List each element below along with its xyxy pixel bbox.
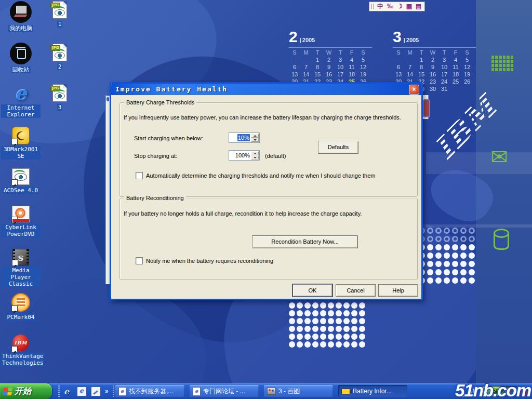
wallpaper-dot	[460, 252, 467, 259]
desktop-icon-label: Internet Explorer	[1, 104, 41, 118]
wallpaper-dot	[359, 326, 365, 332]
wallpaper-dot	[351, 326, 357, 332]
wallpaper-dot	[312, 302, 318, 309]
calendar-weekday-row: SMTWTFS	[393, 47, 476, 56]
wallpaper-dot	[343, 302, 350, 309]
wallpaper-dot	[469, 269, 475, 275]
wallpaper-dot	[469, 261, 475, 267]
help-button[interactable]: Help	[378, 284, 418, 297]
ime-drag-handle[interactable]	[371, 4, 374, 9]
start-charging-spinbox[interactable]: 10%	[229, 132, 260, 143]
soft-keyboard-icon[interactable]: ▦	[406, 3, 412, 10]
calendar-day: 25	[450, 78, 461, 85]
wallpaper-dot	[351, 318, 357, 324]
wallpaper-dot	[336, 334, 342, 340]
calendar-day: 14	[300, 71, 312, 78]
shortcut-arrow-icon	[11, 179, 18, 185]
taskbar-button-label: 专门网论坛 - ...	[203, 387, 245, 396]
desktop-icon-jpg-3[interactable]: JPG3	[45, 84, 75, 111]
wallpaper-dot	[359, 341, 365, 348]
calendar-day: 7	[404, 63, 416, 71]
wallpaper-dot	[336, 341, 342, 348]
jpg-icon: JPG	[52, 1, 67, 19]
taskbar-button[interactable]: Battery Infor...	[338, 385, 407, 397]
ime-menu-icon[interactable]: ▤	[416, 3, 421, 10]
paint-icon	[267, 388, 276, 395]
desktop-icon--[interactable]: 回收站	[1, 43, 41, 74]
desktop-icon-jpg-1[interactable]: JPG1	[45, 1, 75, 28]
fullwidth-halfwidth-icon[interactable]: ☽	[397, 3, 403, 10]
calendar-day	[393, 56, 404, 63]
show-desktop-icon[interactable]	[91, 387, 101, 396]
recycle-icon	[10, 43, 32, 64]
wallpaper-dot	[444, 252, 450, 259]
calendar-day: 1	[312, 56, 323, 63]
desktop-icon-acdsee-4-0[interactable]: ACDSee 4.0	[1, 168, 41, 194]
calendar-day: 5	[461, 56, 473, 63]
desktop-icon-3dmark2001-se[interactable]: 3DMark2001 SE	[1, 127, 41, 160]
spin-down-icon[interactable]	[251, 138, 259, 142]
calendar-header: 22005	[289, 29, 372, 46]
spin-up-icon[interactable]	[251, 151, 259, 155]
taskbar-button[interactable]: 专门网论坛 - ...	[190, 385, 259, 397]
cancel-button[interactable]: Cancel	[336, 284, 376, 297]
desktop-icon-internet-explorer[interactable]: Internet Explorer	[1, 83, 41, 118]
calendar-day: 18	[450, 71, 461, 78]
spin-down-icon[interactable]	[251, 155, 259, 159]
wallpaper-dot	[320, 326, 326, 332]
spin-up-icon[interactable]	[251, 134, 259, 138]
battery-meter[interactable]: 58%	[481, 386, 516, 396]
wallpaper-dot	[336, 310, 342, 316]
auto-thresholds-checkbox[interactable]	[136, 172, 143, 179]
ok-button[interactable]: OK	[292, 284, 332, 297]
quick-launch: »	[55, 383, 117, 399]
wallpaper-dot	[452, 277, 458, 284]
start-charging-label: Start charging when below:	[134, 135, 203, 141]
recondition-battery-button[interactable]: Recondition Battery Now...	[252, 235, 358, 248]
taskbar-separator	[113, 385, 114, 397]
wallpaper-dot	[444, 269, 450, 275]
wallpaper-dot	[435, 244, 442, 250]
wallpaper-dot	[469, 252, 475, 259]
calendar-day: 11	[450, 63, 461, 71]
taskbar-button[interactable]: 3 - 画图	[264, 385, 333, 397]
desktop-icon-media-player-classic[interactable]: Media Player Classic	[1, 249, 41, 288]
wallpaper-dot	[435, 236, 442, 242]
ime-language-bar[interactable]: 中‰☽▦▤	[369, 2, 425, 11]
internet-explorer-icon[interactable]	[64, 387, 73, 396]
quick-launch-more-chevron[interactable]: »	[105, 383, 109, 399]
dialog-titlebar[interactable]: Improve Battery Health	[111, 84, 421, 95]
calendar-day: 17	[438, 71, 450, 78]
desktop-icon--[interactable]: 我的电脑	[1, 1, 41, 32]
close-icon[interactable]	[409, 85, 419, 95]
taskbar-separator	[462, 385, 464, 397]
wallpaper-dot	[304, 326, 311, 332]
calendar-week-row: 6789101112	[289, 63, 372, 71]
notify-recondition-checkbox[interactable]	[136, 257, 143, 264]
ie-page-icon	[118, 387, 126, 396]
wallpaper-dot	[435, 261, 442, 267]
calendar-day: 3	[438, 56, 450, 63]
defaults-button[interactable]: Defaults	[318, 141, 358, 154]
wallpaper-dot	[297, 310, 303, 316]
desktop-icon-pcmark04[interactable]: PCMark04	[1, 293, 41, 321]
desktop-icon-label: 3	[57, 104, 63, 111]
punctuation-icon[interactable]: ‰	[387, 3, 393, 10]
desktop-icon-cyberlink-powerdvd[interactable]: CyberLink PowerDVD	[1, 206, 41, 238]
chinese-mode-icon[interactable]: 中	[377, 3, 383, 10]
browser-icon[interactable]	[77, 387, 87, 396]
start-button[interactable]: 开始	[0, 383, 52, 399]
wallpaper-dot	[320, 334, 326, 340]
jpg-icon: JPG	[52, 84, 67, 102]
language-indicator[interactable]: EN	[468, 388, 477, 395]
taskbar-button[interactable]: 找不到服务器,...	[115, 385, 184, 397]
desktop-icon-thinkvantage-technologies[interactable]: ThinkVantage Technologies	[1, 335, 41, 367]
calendar-weekday: S	[393, 49, 404, 56]
wallpaper-dot-grid	[289, 302, 367, 349]
dialog-title: Improve Battery Health	[115, 84, 409, 95]
wallpaper-dot	[427, 244, 433, 250]
desktop-icon-jpg-2[interactable]: JPG2	[45, 44, 75, 71]
calendar-day: 6	[393, 63, 404, 71]
stop-charging-spinbox[interactable]: 100%	[229, 150, 260, 161]
tray-app-icon[interactable]	[521, 388, 528, 395]
